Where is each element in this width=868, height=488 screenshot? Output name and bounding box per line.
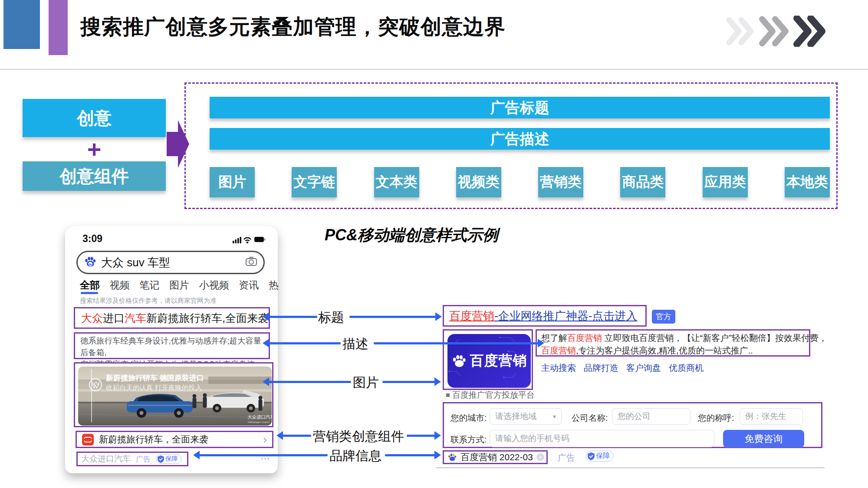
phone-label: 联系方式: [450,434,487,445]
guarantee-badge: 保障 [586,451,614,462]
mobile-ad-description: 德系旅行车经典车身设计,优雅与动感并存;超大容量后备箱, 空间随需应变,容纳开阔… [74,332,270,359]
coupon-icon [82,434,94,445]
search-input[interactable]: du 大众 suv 车型 [76,251,265,274]
arrow-line [269,316,317,318]
pc-title-link[interactable]: -企业网络推广神器-点击进入 [494,308,637,324]
title-text: 进口 [103,311,125,325]
tab-shortvideo[interactable]: 小视频 [199,278,229,292]
page-title: 搜索推广创意多元素叠加管理，突破创意边界 [80,13,506,41]
status-time: 3:09 [82,233,102,245]
svg-text:收起白天的认真 打开夜晚的投入: 收起白天的认真 打开夜晚的投入 [106,384,202,391]
sublink-active-search[interactable]: 主动搜索 [541,362,576,374]
keyword-highlight: 大众 [81,311,103,325]
signal-icon [233,237,241,243]
badge-label: 保障 [165,455,178,463]
svg-text:大众进口汽车: 大众进口汽车 [247,414,272,419]
tab-notes[interactable]: 笔记 [139,278,159,292]
arrow-line [283,435,311,437]
pc-sublinks: 主动搜索 品牌打造 客户询盘 优质商机 [541,362,704,374]
arrow-line [382,381,435,383]
arrowhead-left [193,451,200,459]
platform-note-text: 百度推广官方投放平台 [452,390,535,401]
creative-box: 创意 [23,99,166,137]
arrowhead-right [435,312,442,321]
keyword-highlight: 汽车 [125,311,146,325]
keyword-highlight[interactable]: 百度营销 [449,308,494,324]
pc-ad-description: 想了解百度营销 立即致电百度营销，【让“新客户”轻松翻倍】按效果付费， 百度营销… [536,329,810,357]
platform-note: 百度推广官方投放平台 [446,390,535,401]
mobile-mockup: 3:09 [65,226,278,473]
phone-input[interactable] [490,430,714,447]
wifi-icon [244,238,251,241]
badge-label: 保障 [596,452,610,461]
creative-elements-panel: 广告标题 广告描述 图片 文字链 文本类 视频类 营销类 商品类 应用类 本地类 [184,82,838,209]
city-label: 您的城市: [450,412,487,424]
shield-check-icon [158,455,164,463]
pc-ad-title[interactable]: 百度营销-企业网络推广神器-点击进入 [443,305,647,327]
mobile-ad-image-box[interactable]: 新蔚揽旅行轿车 德国原装进口 收起白天的认真 打开夜晚的投入 [74,362,273,427]
result-tabs: 全部 视频 笔记 图片 小视频 资讯 热 [80,278,279,292]
tab-images[interactable]: 图片 [169,278,189,292]
city-select[interactable]: 请选择地域 ▾ [490,408,562,425]
component-type-row: 图片 文字链 文本类 视频类 营销类 商品类 应用类 本地类 [210,167,830,197]
forward-chevron-icon[interactable]: › [263,435,267,444]
dropdown-circle-icon[interactable] [536,453,544,461]
search-query[interactable]: 大众 suv 车型 [101,255,245,270]
pc-brand-info: 百度营销 2022-03 [443,450,548,464]
price-disclaimer: 搜索结果涉及价格仅作参考，请以商家官网为准 [80,297,217,305]
annotation-description: 描述 [342,335,368,353]
title-text: 新蔚揽旅行轿车,全面来袭 [146,311,269,325]
free-consult-button[interactable]: 免费咨询 [723,430,804,448]
sublink-customer-inquiry[interactable]: 客户询盘 [626,362,661,374]
pc-ad-image-box[interactable]: 百度营销 [443,329,533,390]
ad-title-bar: 广告标题 [210,97,830,118]
name-input[interactable] [740,408,803,425]
sublink-quality-leads[interactable]: 优质商机 [669,362,704,374]
camera-icon[interactable] [245,256,257,269]
arrowhead-right [538,339,544,347]
mobile-brand-info: 大众进口汽车 广告 保障 [76,452,188,466]
component-type-text: 文本类 [374,167,419,197]
decoration-purple-bar [49,0,68,55]
arrowhead-right [434,451,441,459]
ad-description-bar: 广告描述 [210,128,830,150]
sublink-brand-building[interactable]: 品牌打造 [584,362,618,374]
section-label: PC&移动端创意样式示例 [325,225,498,246]
company-label: 公司名称: [572,412,608,424]
decoration-blue-square [3,0,40,49]
ad-tag: 广告 [136,454,151,464]
component-type-video: 视频类 [456,167,501,197]
arrowhead-left [276,431,283,440]
mobile-marketing-component[interactable]: 新蔚揽旅行轿车，全面来袭 › [76,431,273,448]
component-type-marketing: 营销类 [538,167,583,197]
tab-video[interactable]: 视频 [110,278,130,292]
annotation-brand-info: 品牌信息 [329,447,381,465]
baidu-paw-icon [451,353,467,369]
active-tab-underline [81,292,98,294]
description-line: 德系旅行车经典车身设计,优雅与动感并存;超大容量后备箱, [80,335,263,358]
arrow-line [349,316,436,318]
component-type-app: 应用类 [703,167,748,197]
pc-mockup: 百度营销-企业网络推广神器-点击进入 官方 [436,301,825,469]
tab-hot[interactable]: 热 [269,278,279,292]
annotation-image: 图片 [353,374,379,392]
header-divider [0,69,868,70]
brand-name: 百度营销 2022-03 [460,451,533,463]
tab-news[interactable]: 资讯 [239,278,259,292]
status-icons [233,236,266,245]
baidu-paw-icon: du [84,255,97,270]
brand-name: 大众进口汽车 [81,453,131,465]
chevron-down-icon: ▾ [553,413,556,420]
plus-sign: + [23,137,166,161]
tab-all[interactable]: 全部 [80,278,100,292]
more-options-icon[interactable]: … [260,451,271,462]
mobile-ad-title[interactable]: 大众进口汽车新蔚揽旅行轿车,全面来袭 [74,307,270,329]
component-type-image: 图片 [210,167,255,197]
triple-chevron-icon [726,16,826,49]
creative-component-box: 创意组件 [23,161,166,191]
car-ad-image: 新蔚揽旅行轿车 德国原装进口 收起白天的认真 打开夜晚的投入 [78,367,272,426]
arrow-line [385,454,435,456]
annotation-marketing-component: 营销类创意组件 [313,428,404,445]
company-input[interactable] [612,408,690,425]
arrow-line [407,435,435,437]
